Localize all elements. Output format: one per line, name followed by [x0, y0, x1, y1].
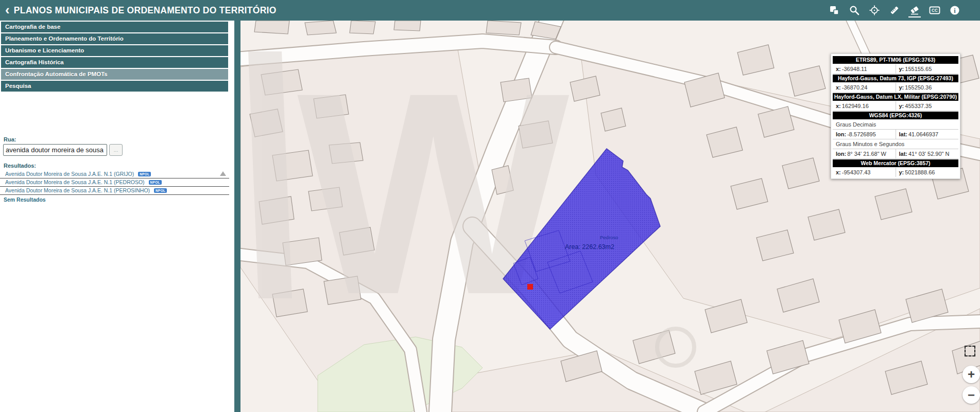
coord-x: x:-36870.24 [833, 83, 896, 92]
coord-y: y:455337.35 [896, 101, 959, 111]
sidebar-item-pesquisa[interactable]: Pesquisa [1, 81, 228, 92]
search-panel: Rua: ... Resultados: Avenida Doutor More… [0, 112, 229, 203]
zoom-out-button[interactable]: − [962, 386, 980, 404]
eraser-icon[interactable] [909, 4, 920, 16]
degrees-decimal-label: Graus Decimais [833, 120, 958, 130]
street-input[interactable] [3, 144, 107, 156]
scroll-up-arrow[interactable] [220, 171, 226, 176]
search-result-marker [527, 284, 533, 290]
coord-lat-dms: lat:41° 03' 52.90" N [896, 149, 959, 158]
coord-lat: lat:41.0646937 [896, 130, 959, 139]
sidebar: Cartografia de base Planeamento e Ordena… [0, 21, 229, 412]
cc-icon[interactable]: CC [929, 4, 940, 16]
degrees-dms-label: Graus Minutos e Segundos [833, 139, 958, 149]
result-row-perosinho[interactable]: Avenida Doutor Moreira de Sousa J.A.E. N… [0, 187, 229, 195]
street-browse-button[interactable]: ... [109, 144, 123, 156]
page-title: PLANOS MUNICIPAIS DE ORDENAMENTO DO TERR… [14, 5, 277, 16]
coord-x: x:-954307.43 [833, 168, 896, 177]
coord-lon: lon:-8.5726895 [833, 130, 896, 139]
coord-y: y:155250.36 [896, 83, 959, 92]
coordinate-panel: ETRS89, PT-TM06 (EPSG:3763) x:-36948.11 … [831, 53, 960, 179]
result-text: Avenida Doutor Moreira de Sousa J.A.E. N… [5, 187, 150, 193]
no-results-label: Sem Resultados [4, 196, 229, 203]
extent-select-icon[interactable] [965, 346, 975, 356]
sidebar-item-cartografia-historica[interactable]: Cartografia Histórica [1, 57, 228, 68]
crs-header: WGS84 (EPSG:4326) [833, 112, 958, 119]
sidebar-item-cartografia-de-base[interactable]: Cartografia de base [1, 22, 228, 32]
search-icon[interactable] [849, 4, 860, 16]
sidebar-item-planeamento[interactable]: Planeamento e Ordenamento do Território [1, 33, 228, 44]
coord-x: x:162949.16 [833, 101, 896, 111]
basemap-icon[interactable] [829, 4, 840, 16]
coord-y: y:5021888.66 [896, 168, 959, 177]
app-header: ‹ PLANOS MUNICIPAIS DE ORDENAMENTO DO TE… [0, 0, 980, 21]
measure-icon[interactable] [889, 4, 900, 16]
crs-header: Web Mercator (EPSG:3857) [833, 159, 958, 167]
result-text: Avenida Doutor Moreira de Sousa J.A.E. N… [5, 171, 134, 177]
zoom-in-button[interactable]: + [962, 366, 980, 383]
coord-x: x:-36948.11 [833, 64, 896, 74]
street-field-label: Rua: [4, 136, 229, 142]
crs-header: ETRS89, PT-TM06 (EPSG:3763) [833, 56, 958, 64]
back-button[interactable]: ‹ [5, 3, 10, 16]
result-row-grijo[interactable]: Avenida Doutor Moreira de Sousa J.A.E. N… [0, 170, 229, 178]
coord-lon-dms: lon:8° 34' 21.68" W [833, 149, 896, 158]
results-label: Resultados: [4, 163, 229, 169]
result-text: Avenida Doutor Moreira de Sousa J.A.E. N… [5, 179, 145, 185]
parcel-area-label: Area: 2262.63m2 [565, 243, 614, 250]
result-row-pedroso[interactable]: Avenida Doutor Moreira de Sousa J.A.E. N… [0, 178, 229, 187]
panel-divider [234, 21, 240, 412]
parcel-name-label: Pedroso [600, 235, 618, 240]
crs-header: Hayford-Gauss, Datum 73, IGP (EPSG:27493… [833, 75, 958, 82]
npol-badge: NPOL [138, 172, 151, 176]
sidebar-item-confrontacao-pmots[interactable]: Confrontação Automática de PMOTs [1, 69, 228, 80]
coord-y: y:155155.65 [896, 64, 959, 74]
npol-badge: NPOL [154, 188, 167, 193]
header-toolbar: CC i [829, 0, 960, 21]
locate-icon[interactable] [869, 4, 880, 16]
npol-badge: NPOL [149, 180, 162, 185]
sidebar-item-urbanismo[interactable]: Urbanismo e Licenciamento [1, 45, 228, 56]
svg-text:i: i [954, 7, 956, 14]
crs-header: Hayford-Gauss, Datum LX, Militar (EPSG:2… [833, 93, 958, 101]
info-icon[interactable]: i [949, 4, 960, 16]
svg-text:CC: CC [932, 8, 938, 13]
